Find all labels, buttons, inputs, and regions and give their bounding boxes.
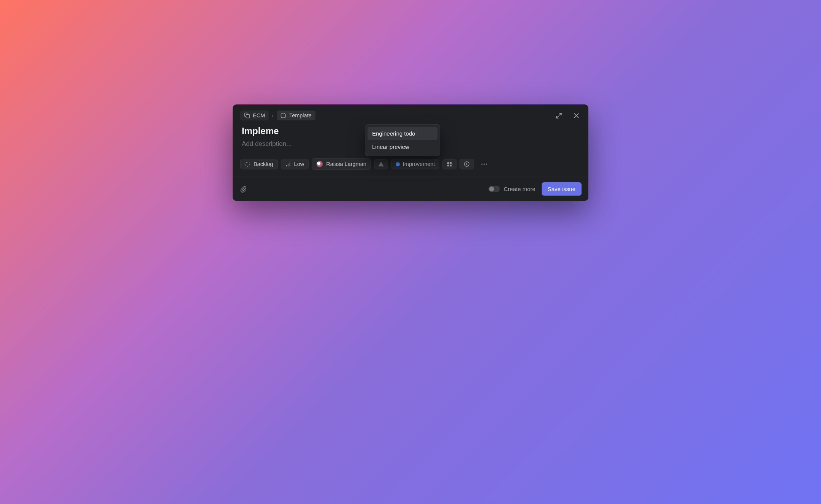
modal-footer: Create more Save issue bbox=[233, 177, 588, 201]
svg-rect-4 bbox=[288, 164, 289, 166]
modal-header: ECM › Template bbox=[233, 104, 588, 120]
footer-right: Create more Save issue bbox=[488, 182, 582, 196]
expand-button[interactable] bbox=[554, 111, 563, 120]
backlog-icon bbox=[245, 161, 250, 167]
svg-rect-1 bbox=[246, 115, 250, 118]
breadcrumb: ECM › Template bbox=[240, 111, 315, 120]
new-issue-modal: ECM › Template bbox=[233, 104, 588, 201]
create-more-label: Create more bbox=[504, 186, 535, 192]
triage-chip[interactable] bbox=[374, 159, 388, 169]
create-more-toggle[interactable]: Create more bbox=[488, 186, 535, 192]
warning-triangle-icon bbox=[378, 161, 384, 167]
save-issue-button[interactable]: Save issue bbox=[542, 182, 582, 196]
svg-rect-6 bbox=[381, 163, 381, 165]
play-circle-icon bbox=[464, 161, 470, 167]
status-label: Backlog bbox=[254, 161, 273, 167]
template-chip[interactable]: Template bbox=[277, 111, 315, 120]
svg-rect-5 bbox=[289, 162, 290, 166]
assignee-chip[interactable]: Raissa Largman bbox=[312, 158, 371, 170]
dropdown-item-linear-preview[interactable]: Linear preview bbox=[368, 140, 437, 153]
svg-rect-8 bbox=[447, 162, 449, 164]
cycle-chip[interactable] bbox=[460, 159, 474, 169]
label-dot-icon bbox=[396, 162, 400, 166]
svg-point-2 bbox=[246, 162, 250, 166]
svg-point-7 bbox=[380, 165, 381, 166]
project-icon bbox=[244, 112, 250, 118]
svg-rect-11 bbox=[450, 164, 452, 166]
dropdown-item-engineering-todo[interactable]: Engineering todo bbox=[368, 127, 437, 140]
properties-row: Backlog Low Raissa Largman bbox=[233, 158, 588, 177]
assignee-avatar bbox=[316, 161, 323, 167]
template-dropdown: Engineering todo Linear preview bbox=[365, 124, 440, 156]
status-chip[interactable]: Backlog bbox=[240, 159, 278, 169]
parent-chip[interactable] bbox=[442, 159, 456, 169]
toggle-switch bbox=[488, 186, 500, 192]
label-name: Improvement bbox=[403, 161, 435, 167]
header-actions bbox=[554, 111, 581, 120]
priority-chip[interactable]: Low bbox=[281, 159, 309, 169]
template-icon bbox=[281, 112, 287, 118]
svg-point-13 bbox=[482, 163, 483, 164]
assignee-name: Raissa Largman bbox=[326, 161, 366, 167]
template-label: Template bbox=[289, 112, 312, 118]
breadcrumb-separator: › bbox=[272, 112, 274, 118]
svg-point-14 bbox=[484, 163, 485, 164]
svg-rect-9 bbox=[450, 162, 452, 164]
ellipsis-icon bbox=[481, 161, 488, 167]
priority-label: Low bbox=[294, 161, 304, 167]
svg-point-15 bbox=[486, 163, 487, 164]
project-chip[interactable]: ECM bbox=[240, 111, 269, 120]
svg-rect-10 bbox=[447, 164, 449, 166]
attach-button[interactable] bbox=[239, 185, 247, 193]
more-properties-button[interactable] bbox=[477, 159, 491, 169]
close-button[interactable] bbox=[572, 111, 581, 120]
project-name: ECM bbox=[253, 112, 265, 118]
svg-rect-3 bbox=[286, 165, 287, 166]
priority-low-icon bbox=[285, 161, 291, 167]
label-chip[interactable]: Improvement bbox=[391, 159, 440, 169]
grid-icon bbox=[447, 161, 452, 167]
